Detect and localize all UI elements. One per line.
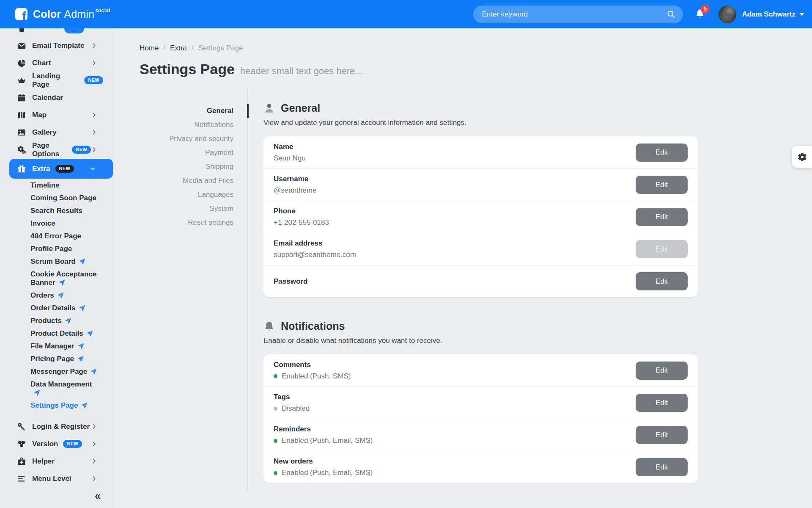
sidebar-item-email-template[interactable]: Email Template bbox=[0, 37, 114, 54]
chevron-right-icon bbox=[91, 441, 97, 447]
sidebar-subitem-label: Search Results bbox=[30, 207, 82, 215]
status-dot-green bbox=[274, 439, 277, 443]
sidebar-item-map[interactable]: Map bbox=[0, 106, 114, 124]
sidebar-item-landing-page[interactable]: Landing PageNEW bbox=[0, 72, 114, 89]
row-label: New orders bbox=[274, 457, 636, 466]
gear-icon bbox=[797, 152, 807, 162]
chevron-down-icon[interactable] bbox=[799, 13, 804, 16]
settings-nav-system[interactable]: System bbox=[140, 205, 233, 213]
row-value: @seantheme bbox=[274, 186, 636, 195]
edit-button-phone[interactable]: Edit bbox=[636, 208, 688, 226]
edit-button-reminders[interactable]: Edit bbox=[636, 426, 688, 444]
sidebar-item-login-register[interactable]: Login & Register bbox=[0, 418, 114, 435]
chevron-right-icon bbox=[91, 458, 97, 464]
status-dot-gray bbox=[274, 407, 277, 411]
edit-button-username[interactable]: Edit bbox=[636, 176, 688, 194]
sidebar-subitem-messenger-page[interactable]: Messenger Page bbox=[0, 365, 114, 378]
brand-text: ColorAdminsocial bbox=[33, 8, 109, 20]
sidebar-item-label: Login & Register bbox=[32, 422, 90, 431]
settings-nav-languages[interactable]: Languages bbox=[140, 191, 233, 199]
settings-nav: GeneralNotificationsPrivacy and security… bbox=[140, 89, 248, 491]
sidebar-subitem-pricing-page[interactable]: Pricing Page bbox=[0, 353, 114, 365]
user-avatar[interactable] bbox=[719, 6, 736, 23]
settings-nav-payment[interactable]: Payment bbox=[140, 149, 233, 157]
sidebar-subitem-file-manager[interactable]: File Manager bbox=[0, 340, 114, 353]
sidebar-subitem-timeline[interactable]: Timeline bbox=[0, 179, 114, 192]
sidebar-subitem-cookie-acceptance-banner[interactable]: Cookie Acceptance Banner bbox=[0, 268, 114, 289]
sidebar-item-chart[interactable]: Chart bbox=[0, 54, 114, 72]
edit-button-password[interactable]: Edit bbox=[636, 272, 688, 290]
sidebar-item-extra[interactable]: ExtraNEW bbox=[9, 159, 113, 179]
edit-button-new-orders[interactable]: Edit bbox=[636, 458, 688, 476]
sidebar-item-label: Version bbox=[32, 440, 58, 448]
notifications-button[interactable]: 5 bbox=[695, 8, 705, 20]
sidebar-subitem-profile-page[interactable]: Profile Page bbox=[0, 243, 114, 255]
row-info: New ordersEnabled (Push, Email, SMS) bbox=[274, 457, 636, 477]
settings-nav-shipping[interactable]: Shipping bbox=[140, 163, 233, 171]
settings-nav-media-and-files[interactable]: Media and Files bbox=[140, 177, 233, 185]
row-label: Name bbox=[274, 143, 636, 151]
new-badge: NEW bbox=[63, 440, 82, 448]
sidebar-subitem-label: Orders bbox=[30, 291, 54, 299]
sidebar-item-gallery[interactable]: Gallery bbox=[0, 124, 114, 141]
sidebar-subitem-products[interactable]: Products bbox=[0, 315, 114, 327]
crown-icon bbox=[17, 76, 26, 85]
row-label: Email address bbox=[274, 239, 636, 248]
paper-plane-icon bbox=[86, 330, 93, 337]
sidebar-item-label: Map bbox=[32, 111, 47, 119]
sidebar-subitem-label: Messenger Page bbox=[30, 367, 87, 375]
brand-logo[interactable]: f ColorAdminsocial bbox=[0, 8, 109, 20]
sidebar-item-version[interactable]: VersionNEW bbox=[0, 435, 114, 453]
edit-button-name[interactable]: Edit bbox=[636, 144, 688, 162]
sidebar-subitem-label: Invoice bbox=[30, 219, 55, 227]
sidebar-subitem-orders[interactable]: Orders bbox=[0, 289, 114, 302]
sidebar-item-label: Page Options bbox=[32, 141, 67, 158]
settings-row-new-orders: New ordersEnabled (Push, Email, SMS)Edit bbox=[263, 451, 698, 483]
sidebar-subitem-404-error-page[interactable]: 404 Error Page bbox=[0, 230, 114, 243]
status-dot-green bbox=[274, 374, 277, 378]
sidebar-item-page-options[interactable]: Page OptionsNEW bbox=[0, 141, 114, 158]
edit-button-tags[interactable]: Edit bbox=[636, 394, 688, 412]
sidebar-subitem-coming-soon-page[interactable]: Coming Soon Page bbox=[0, 192, 114, 204]
row-value: Sean Ngu bbox=[274, 154, 636, 163]
sidebar-subitem-label: Product Details bbox=[30, 329, 83, 337]
sidebar-subitem-settings-page[interactable]: Settings Page bbox=[0, 399, 114, 412]
section-title: Notifications bbox=[281, 320, 345, 332]
search-icon[interactable] bbox=[667, 10, 675, 19]
sidebar-subitem-search-results[interactable]: Search Results bbox=[0, 204, 114, 217]
sidebar-subitem-data-management[interactable]: Data Management bbox=[0, 378, 114, 399]
sidebar-item-helper[interactable]: Helper bbox=[0, 453, 114, 470]
paper-plane-icon bbox=[33, 389, 41, 396]
edit-button-comments[interactable]: Edit bbox=[636, 362, 688, 380]
paper-plane-icon bbox=[90, 368, 97, 375]
sidebar-subitem-product-details[interactable]: Product Details bbox=[0, 327, 114, 340]
sidebar-subitem-label: Settings Page bbox=[30, 401, 78, 409]
theme-panel-toggle[interactable] bbox=[792, 146, 812, 168]
breadcrumb-item-home[interactable]: Home bbox=[140, 44, 159, 52]
settings-nav-reset-settings[interactable]: Reset settings bbox=[140, 219, 233, 226]
sidebar-subitem-label: Scrum Board bbox=[30, 257, 76, 265]
row-info: CommentsEnabled (Push, SMS) bbox=[274, 361, 636, 381]
settings-nav-general[interactable]: General bbox=[140, 107, 233, 115]
row-label: Phone bbox=[274, 207, 636, 215]
search-input[interactable] bbox=[481, 10, 667, 19]
settings-nav-notifications[interactable]: Notifications bbox=[140, 121, 233, 129]
row-label: Username bbox=[274, 175, 636, 183]
sidebar-subitem-scrum-board[interactable]: Scrum Board bbox=[0, 255, 114, 268]
settings-row-tags: TagsDisabledEdit bbox=[263, 387, 698, 419]
header-search bbox=[473, 6, 683, 23]
user-name[interactable]: Adam Schwartz bbox=[742, 10, 796, 19]
row-info: Phone+1-202-555-0183 bbox=[274, 207, 636, 227]
settings-row-username: Username@seanthemeEdit bbox=[263, 168, 698, 201]
sidebar-collapse-button[interactable]: « bbox=[95, 491, 101, 501]
sidebar-item-label: Gallery bbox=[32, 128, 57, 137]
sidebar-subitem-order-details[interactable]: Order Details bbox=[0, 302, 114, 315]
paper-plane-icon bbox=[79, 258, 86, 265]
sidebar-item-calendar[interactable]: Calendar bbox=[0, 89, 114, 106]
settings-nav-privacy-and-security[interactable]: Privacy and security bbox=[140, 135, 233, 143]
chevron-right-icon bbox=[91, 423, 97, 430]
sidebar-subitem-invoice[interactable]: Invoice bbox=[0, 217, 114, 230]
breadcrumb-item-extra[interactable]: Extra bbox=[170, 44, 187, 52]
row-info: NameSean Ngu bbox=[274, 143, 636, 163]
sidebar-item-menu-level[interactable]: Menu Level bbox=[0, 470, 114, 487]
